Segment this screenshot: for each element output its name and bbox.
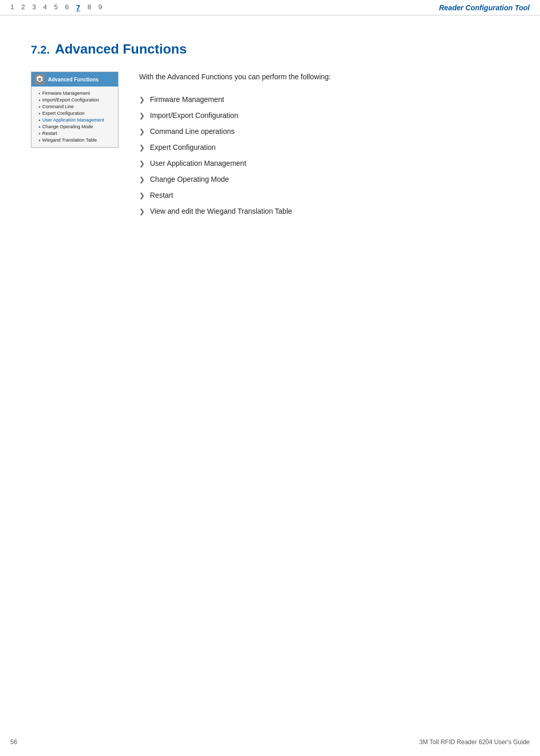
sidebar-item-wiegand: Wiegand Translation Table — [39, 136, 113, 143]
main-text-area: With the Advanced Functions you can perf… — [139, 72, 509, 219]
section-heading: 7.2. Advanced Functions — [31, 41, 509, 57]
sidebar-box-header: Advanced Functions — [31, 72, 118, 87]
nav-item-3[interactable]: 3 — [32, 3, 36, 12]
header: 1 2 3 4 5 6 7 8 9 Reader Configuration T… — [0, 0, 540, 15]
feature-label-3: Expert Configuration — [150, 142, 216, 153]
nav-item-6[interactable]: 6 — [65, 3, 69, 12]
feature-item-4: ❯ User Application Management — [139, 156, 509, 171]
feature-item-2: ❯ Command Line operations — [139, 124, 509, 140]
nav-item-1[interactable]: 1 — [10, 3, 14, 12]
feature-item-7: ❯ View and edit the Wiegand Translation … — [139, 203, 509, 219]
section-title: Advanced Functions — [55, 41, 187, 57]
feature-label-5: Change Operating Mode — [150, 174, 229, 185]
sidebar-item-expert-config: Expert Configuration — [39, 110, 113, 116]
sidebar-box: Advanced Functions Firmware Management I… — [31, 72, 119, 148]
sidebar-item-restart: Restart — [39, 130, 113, 136]
page-number: 56 — [10, 738, 17, 746]
sidebar-item-change-mode: Change Operating Mode — [39, 123, 113, 130]
chevron-icon-6: ❯ — [139, 191, 145, 201]
nav-item-9[interactable]: 9 — [98, 3, 102, 12]
feature-label-7: View and edit the Wiegand Translation Ta… — [150, 206, 292, 217]
nav-item-8[interactable]: 8 — [88, 3, 91, 12]
document-title: 3M Toll RFID Reader 6204 User's Guide — [419, 738, 530, 746]
sidebar-item-user-app: User Application Management — [39, 116, 113, 123]
gear-icon — [35, 74, 45, 84]
chevron-icon-4: ❯ — [139, 159, 145, 169]
main-content: 7.2. Advanced Functions Advanced Functio… — [0, 15, 540, 250]
content-body: Advanced Functions Firmware Management I… — [31, 72, 509, 219]
chevron-icon-1: ❯ — [139, 111, 145, 121]
sidebar-item-import-export: Import/Export Configuration — [39, 96, 113, 103]
footer: 56 3M Toll RFID Reader 6204 User's Guide — [10, 738, 530, 746]
feature-label-1: Import/Export Configuration — [150, 110, 238, 121]
feature-item-6: ❯ Restart — [139, 187, 509, 203]
chevron-icon-0: ❯ — [139, 95, 145, 105]
header-title: Reader Configuration Tool — [439, 4, 530, 12]
feature-item-1: ❯ Import/Export Configuration — [139, 108, 509, 124]
feature-label-0: Firmware Management — [150, 94, 224, 105]
section-number: 7.2. — [31, 43, 50, 57]
sidebar-list: Firmware Management Import/Export Config… — [37, 90, 113, 143]
chevron-icon-5: ❯ — [139, 175, 145, 185]
feature-list: ❯ Firmware Management ❯ Import/Export Co… — [139, 92, 509, 219]
nav-item-4[interactable]: 4 — [43, 3, 47, 12]
feature-label-2: Command Line operations — [150, 126, 234, 137]
sidebar-item-firmware: Firmware Management — [39, 90, 113, 96]
feature-label-4: User Application Management — [150, 158, 246, 169]
feature-item-5: ❯ Change Operating Mode — [139, 171, 509, 187]
chevron-icon-7: ❯ — [139, 207, 145, 217]
feature-item-3: ❯ Expert Configuration — [139, 140, 509, 156]
feature-item-0: ❯ Firmware Management — [139, 92, 509, 108]
chapter-nav: 1 2 3 4 5 6 7 8 9 — [10, 3, 102, 12]
chevron-icon-3: ❯ — [139, 143, 145, 153]
nav-item-7-active[interactable]: 7 — [76, 3, 80, 12]
nav-item-2[interactable]: 2 — [21, 3, 25, 12]
chevron-icon-2: ❯ — [139, 127, 145, 137]
nav-item-5[interactable]: 5 — [54, 3, 58, 12]
intro-paragraph: With the Advanced Functions you can perf… — [139, 72, 509, 82]
sidebar-item-command-line: Command Line — [39, 103, 113, 110]
feature-label-6: Restart — [150, 190, 173, 201]
sidebar-box-title: Advanced Functions — [48, 77, 98, 82]
